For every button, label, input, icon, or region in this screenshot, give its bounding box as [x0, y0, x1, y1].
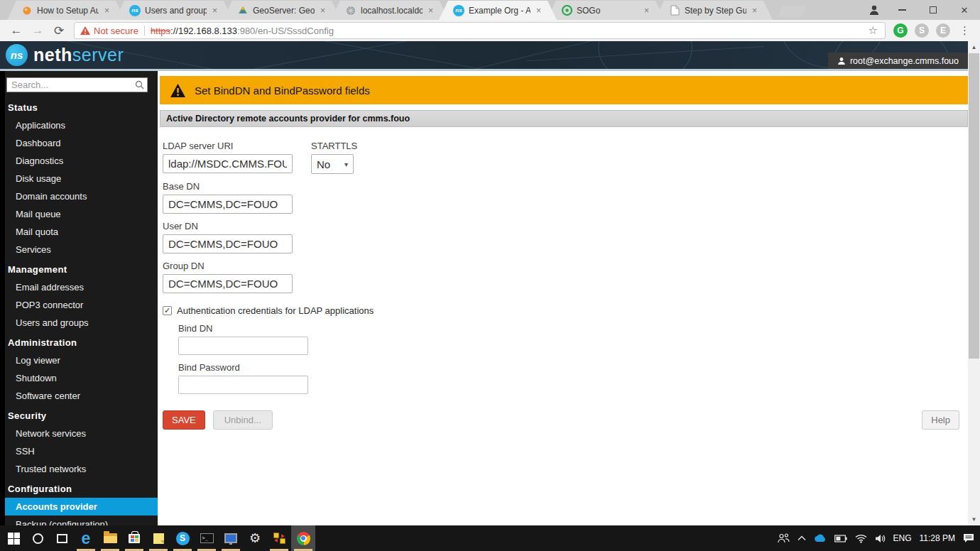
tab-close-icon[interactable]: × [319, 6, 327, 16]
starttls-label: STARTTLS [311, 141, 357, 151]
save-button[interactable]: SAVE [163, 410, 205, 430]
wifi-icon[interactable] [855, 534, 867, 543]
scrollbar-thumb[interactable] [969, 53, 979, 359]
tab-users-and-groups[interactable]: ns Users and groups — N × [115, 1, 233, 20]
tab-step-by-step[interactable]: Step by Step Guide to × [655, 1, 773, 20]
bookmark-star-icon[interactable]: ☆ [867, 24, 879, 37]
minimize-button[interactable] [886, 0, 918, 20]
sidebar-item-ssh[interactable]: SSH [5, 442, 158, 460]
sidebar-item-trusted-networks[interactable]: Trusted networks [5, 460, 158, 478]
tab-localhost[interactable]: localhost.localdomain × [331, 1, 449, 20]
base-dn-input[interactable] [163, 195, 293, 214]
onedrive-icon[interactable] [814, 534, 827, 542]
scrollbar-up-icon[interactable]: ▲ [968, 41, 980, 53]
address-bar[interactable]: Not secure https://192.168.8.133:980/en-… [74, 22, 886, 39]
sidebar-search-input[interactable] [6, 77, 148, 92]
file-explorer-button[interactable] [98, 525, 122, 551]
bind-dn-input[interactable] [178, 337, 308, 355]
start-button[interactable] [1, 525, 26, 551]
chrome-button[interactable] [291, 525, 315, 551]
sticky-notes-button[interactable] [146, 525, 170, 551]
starttls-select[interactable]: No ▾ [311, 154, 354, 174]
people-icon[interactable] [778, 533, 790, 543]
sidebar-item-users-and-groups[interactable]: Users and groups [5, 314, 158, 332]
network-transfer-button[interactable] [267, 525, 291, 551]
sidebar-item-log-viewer[interactable]: Log viewer [5, 351, 158, 369]
sidebar-item-domain-accounts[interactable]: Domain accounts [5, 187, 158, 205]
tab-close-icon[interactable]: × [751, 6, 758, 16]
back-icon[interactable]: ← [7, 23, 26, 38]
scrollbar-down-icon[interactable]: ▼ [968, 513, 980, 525]
header-pattern [0, 41, 968, 69]
security-warning[interactable]: Not secure [80, 26, 138, 36]
language-indicator[interactable]: ENG [893, 533, 912, 543]
refresh-icon[interactable]: ⟳ [50, 23, 68, 38]
search-icon [135, 80, 144, 89]
sidebar-item-email-addresses[interactable]: Email addresses [5, 278, 158, 296]
settings-button[interactable]: ⚙ [243, 525, 267, 551]
new-tab-button[interactable] [777, 6, 807, 17]
grammarly-extension-icon[interactable]: G [893, 23, 908, 38]
windows-logo-icon [8, 533, 20, 545]
sidebar-item-dashboard[interactable]: Dashboard [5, 134, 158, 152]
sidebar-item-mail-quota[interactable]: Mail quota [5, 223, 158, 241]
sidebar-item-network-services[interactable]: Network services [5, 425, 158, 442]
tab-close-icon[interactable]: × [427, 6, 435, 16]
sticky-note-icon [153, 533, 164, 544]
tab-close-icon[interactable]: × [535, 6, 543, 16]
restore-button[interactable] [918, 0, 949, 20]
sidebar-item-pop3-connector[interactable]: POP3 connector [5, 296, 158, 314]
chevron-up-icon[interactable] [797, 535, 806, 541]
ldap-uri-input[interactable] [163, 154, 293, 173]
nethserver-header: ns nethserver root@exchange.cmms.fouo [0, 41, 968, 71]
chrome-menu-icon[interactable]: ⋮ [955, 24, 974, 37]
auth-credentials-checkbox[interactable]: ✓ [163, 306, 172, 315]
tab-how-to-setup[interactable]: How to Setup Authenti × [7, 1, 125, 20]
tab-title: Example Org - Accoun [469, 6, 530, 16]
sidebar-item-applications[interactable]: Applications [5, 116, 158, 134]
tab-close-icon[interactable]: × [643, 6, 650, 16]
extension-e-icon[interactable]: E [936, 23, 950, 38]
sidebar-item-diagnostics[interactable]: Diagnostics [5, 152, 158, 170]
page-scrollbar[interactable]: ▲ ▼ [968, 41, 980, 525]
action-center-icon[interactable] [963, 533, 974, 543]
sidebar-item-software-center[interactable]: Software center [5, 387, 158, 405]
sogo-favicon [561, 5, 572, 16]
tab-close-icon[interactable]: × [103, 6, 111, 16]
nethserver-logo-text: nethserver [33, 45, 124, 65]
edge-button[interactable]: e [74, 525, 98, 551]
sidebar-item-disk-usage[interactable]: Disk usage [5, 170, 158, 187]
task-view-button[interactable] [50, 525, 74, 551]
browser-profile-icon[interactable] [862, 0, 886, 20]
computer-button[interactable] [219, 525, 243, 551]
battery-icon[interactable] [834, 535, 847, 542]
volume-icon[interactable] [875, 534, 886, 543]
nethserver-logo-badge: ns [6, 44, 28, 66]
close-button[interactable]: ✕ [949, 0, 980, 20]
sidebar-item-services[interactable]: Services [5, 241, 158, 258]
unbind-button[interactable]: Unbind... [213, 410, 273, 430]
help-button[interactable]: Help [922, 410, 959, 430]
cortana-button[interactable] [26, 525, 50, 551]
logged-user-menu[interactable]: root@exchange.cmms.fouo [828, 53, 968, 69]
tab-sogo[interactable]: SOGo × [547, 1, 665, 20]
bind-password-input[interactable] [178, 376, 308, 394]
sidebar-item-accounts-provider[interactable]: Accounts provider [5, 498, 158, 515]
chrome-icon [297, 532, 310, 545]
clock[interactable]: 11:28 PM [920, 533, 955, 543]
user-dn-input[interactable] [163, 234, 293, 253]
group-dn-input[interactable] [163, 274, 293, 293]
tab-close-icon[interactable]: × [211, 6, 219, 16]
skype-button[interactable]: S [170, 525, 195, 551]
extension-s-icon[interactable]: S [915, 23, 929, 38]
terminal-button[interactable]: >_ [195, 525, 219, 551]
warning-banner: Set BindDN and BindPassword fields [160, 76, 968, 104]
sidebar-item-shutdown[interactable]: Shutdown [5, 369, 158, 387]
tab-example-org-active[interactable]: ns Example Org - Accoun × [439, 1, 557, 20]
folder-icon [104, 533, 117, 543]
sidebar-item-mail-queue[interactable]: Mail queue [5, 205, 158, 223]
sidebar-item-backup-configuration[interactable]: Backup (configuration) [5, 515, 158, 525]
forward-icon[interactable]: → [28, 23, 47, 38]
store-button[interactable] [122, 525, 146, 551]
tab-geoserver[interactable]: GeoServer: GeoServer × [223, 1, 341, 20]
